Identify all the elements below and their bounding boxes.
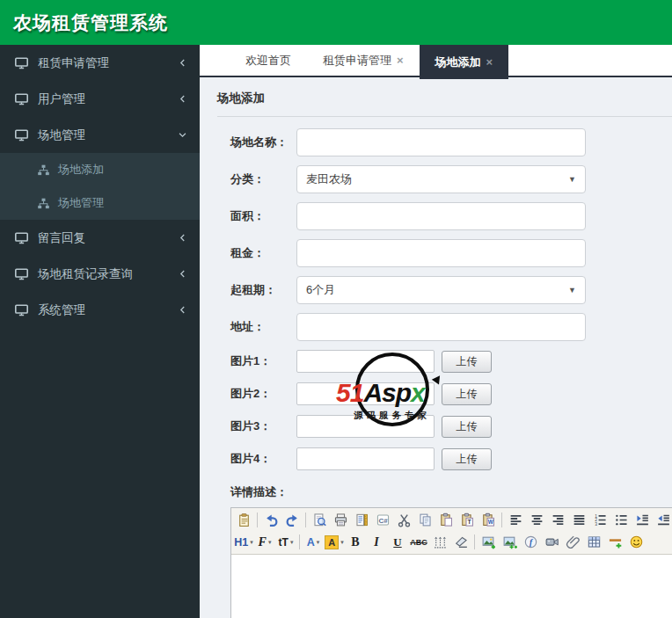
print-preview-icon[interactable] [309,511,330,530]
underline-button[interactable]: U [387,533,408,552]
undo-icon[interactable] [260,511,281,530]
close-icon[interactable]: × [397,55,404,66]
sidebar-item-rental-records[interactable]: 场地租赁记录查询 [0,256,200,292]
address-input[interactable] [296,313,586,341]
upload-button-4[interactable]: 上传 [442,448,492,470]
paste-from-word-icon[interactable] [478,511,499,530]
field-label: 起租期： [230,282,296,298]
sitemap-icon [37,164,50,177]
app-title: 农场租赁管理系统 [0,0,672,45]
unordered-list-icon[interactable] [610,511,632,530]
area-input[interactable] [296,202,586,230]
sidebar-item-site-management[interactable]: 场地管理 [0,117,200,153]
upload-button-1[interactable]: 上传 [442,351,492,373]
app-header: 农场租赁管理系统 [0,0,672,45]
toolbar-separator [501,513,502,527]
font-color-picker[interactable]: A▾ [303,533,324,552]
rich-text-editor: H1▾F▾tT▾A▾A▾BIUABC [230,507,672,618]
highlight-color-picker[interactable]: A▾ [324,533,345,552]
form-row-image2: 图片2： 上传 [230,382,672,405]
code-csharp-icon[interactable] [372,511,393,530]
sidebar-item-label: 场地租赁记录查询 [38,266,178,282]
sidebar-subitem-site-add[interactable]: 场地添加 [0,153,200,186]
attachment-icon[interactable] [562,533,583,552]
form-row-image4: 图片4： 上传 [230,447,672,470]
upload-button-3[interactable]: 上传 [442,416,492,438]
form-row-lease-term: 起租期： 6个月 ▼ [230,276,672,304]
image3-input[interactable] [296,415,435,438]
site-add-form: 场地名称： 分类： 麦田农场 ▼ 面积： 租金： 起租期： 6个月 ▼ 地址： [200,117,672,618]
heading-select[interactable]: H1▾ [233,533,254,552]
form-row-site-name: 场地名称： [230,128,672,156]
outdent-icon[interactable] [653,511,672,530]
sidebar-item-user-management[interactable]: 用户管理 [0,81,200,117]
cut-icon[interactable] [393,511,414,530]
image4-input[interactable] [296,447,435,470]
close-icon[interactable]: × [486,56,493,68]
editor-toolbar-row2: H1▾F▾tT▾A▾A▾BIUABC [233,531,672,553]
print-icon[interactable] [330,511,351,530]
align-center-icon[interactable] [526,511,547,530]
redo-icon[interactable] [281,511,303,530]
upload-button-2[interactable]: 上传 [442,383,492,405]
ordered-list-icon[interactable] [589,511,610,530]
paste-as-text-icon[interactable] [457,511,478,530]
chevron-left-icon [178,269,187,279]
italic-button[interactable]: I [366,533,387,552]
horizontal-rule-icon[interactable] [604,533,625,552]
eraser-icon[interactable] [450,533,471,552]
sidebar-item-label: 租赁申请管理 [38,55,178,71]
editor-content[interactable] [231,555,672,618]
align-justify-icon[interactable] [568,511,589,530]
paste-icon[interactable] [435,511,457,530]
insert-media-icon[interactable] [541,533,562,552]
paragraph-spacing-icon[interactable] [429,533,450,552]
paste-source-icon[interactable] [233,511,254,530]
insert-image-icon[interactable] [478,533,499,552]
caret-down-icon: ▾ [250,539,253,546]
font-size-select[interactable]: tT▾ [275,533,296,552]
monitor-icon [14,230,29,245]
sidebar-item-message-reply[interactable]: 留言回复 [0,220,200,256]
selected-value: 麦田农场 [306,171,352,187]
sidebar-subitem-label: 场地添加 [58,162,104,178]
caret-down-icon: ▾ [317,539,320,546]
rent-input[interactable] [296,239,586,267]
indent-icon[interactable] [632,511,653,530]
category-select[interactable]: 麦田农场 ▼ [296,165,586,193]
insert-table-icon[interactable] [583,533,604,552]
strikethrough-button[interactable]: ABC [408,533,429,552]
sidebar-item-rental-applications[interactable]: 租赁申请管理 [0,45,200,81]
insert-flash-icon[interactable] [520,533,541,552]
document-ruler-icon[interactable] [351,511,372,530]
toolbar-separator [305,513,306,527]
site-name-input[interactable] [296,128,586,156]
align-left-icon[interactable] [505,511,526,530]
tab-label: 欢迎首页 [245,45,291,76]
font-family-select[interactable]: F▾ [254,533,275,552]
image2-input[interactable] [296,382,435,405]
sidebar-subitem-site-manage[interactable]: 场地管理 [0,186,200,220]
field-label: 面积： [230,208,296,224]
field-label: 场地名称： [230,135,296,150]
editor-toolbar: H1▾F▾tT▾A▾A▾BIUABC [231,508,672,555]
tab-welcome[interactable]: 欢迎首页 [230,45,307,76]
lease-term-select[interactable]: 6个月 ▼ [296,276,586,304]
sidebar-item-system-management[interactable]: 系统管理 [0,292,200,328]
upload-image-icon[interactable] [499,533,520,552]
align-right-icon[interactable] [547,511,568,530]
sidebar-item-label: 系统管理 [38,302,178,318]
bold-button[interactable]: B [345,533,366,552]
selected-value: 6个月 [306,282,335,298]
tab-site-add[interactable]: 场地添加 × [420,45,509,79]
tab-rental-applications[interactable]: 租赁申请管理 × [307,45,420,76]
dropdown-arrow-icon: ▼ [568,175,576,184]
chevron-left-icon [178,58,187,68]
chevron-left-icon [178,94,187,104]
copy-icon[interactable] [414,511,435,530]
emoticon-icon[interactable] [625,533,646,552]
field-label: 图片1： [230,353,296,369]
dropdown-arrow-icon: ▼ [568,286,576,294]
form-row-rent: 租金： [230,239,672,267]
image1-input[interactable] [296,350,435,373]
